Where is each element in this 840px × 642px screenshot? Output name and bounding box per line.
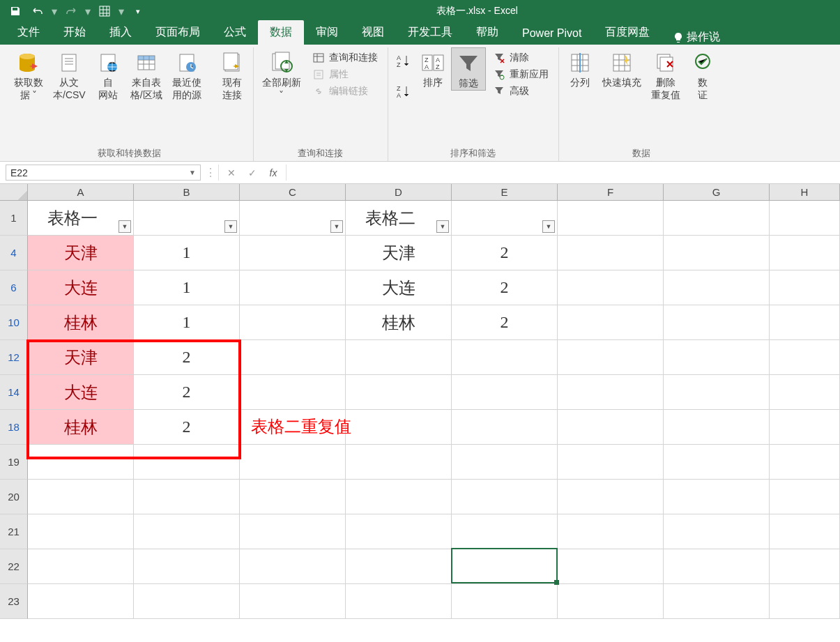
queries-connections-button[interactable]: 查询和连接 (310, 50, 381, 66)
cell-G1[interactable] (664, 201, 770, 236)
cell-E19[interactable] (452, 445, 558, 480)
cell-E4[interactable]: 2 (452, 236, 558, 270)
row-header[interactable]: 20 (0, 480, 28, 514)
col-header-H[interactable]: H (770, 184, 840, 200)
cell-G19[interactable] (664, 445, 770, 480)
cell-F23[interactable] (558, 584, 664, 619)
existing-connections-button[interactable]: 现有 连接 (215, 47, 249, 101)
cell-G21[interactable] (664, 514, 770, 549)
cell-B23[interactable] (134, 584, 240, 619)
select-all-corner[interactable] (0, 184, 28, 201)
cell-B10[interactable]: 1 (134, 305, 240, 340)
cell-C14[interactable] (240, 375, 346, 410)
cell-F4[interactable] (558, 236, 664, 270)
cell-A10[interactable]: 桂林 (28, 305, 134, 340)
get-data-button[interactable]: 获取数 据 ˅ (10, 47, 47, 101)
clear-filter-button[interactable]: 清除 (490, 50, 551, 66)
cell-F1[interactable] (558, 201, 664, 236)
cell-G12[interactable] (664, 340, 770, 375)
cell-E18[interactable] (452, 410, 558, 445)
formula-input[interactable] (287, 162, 840, 183)
cell-C20[interactable] (240, 480, 346, 514)
cell-H14[interactable] (770, 375, 840, 410)
cell-H10[interactable] (770, 305, 840, 340)
col-header-G[interactable]: G (664, 184, 770, 200)
cell-A18[interactable]: 桂林 (28, 410, 134, 445)
cell-E12[interactable] (452, 340, 558, 375)
save-icon[interactable] (6, 1, 25, 21)
tab-formula[interactable]: 公式 (212, 20, 258, 45)
filter-button[interactable]: 筛选 (451, 47, 486, 91)
fx-icon[interactable]: fx (264, 167, 283, 178)
cell-E21[interactable] (452, 514, 558, 549)
row-header[interactable]: 18 (0, 410, 28, 445)
cell-E23[interactable] (452, 584, 558, 619)
cell-H4[interactable] (770, 236, 840, 270)
data-validation-button[interactable]: 数 证 (686, 47, 719, 101)
cell-F12[interactable] (558, 340, 664, 375)
enter-icon[interactable]: ✓ (243, 165, 262, 181)
cell-H18[interactable] (770, 410, 840, 445)
col-header-F[interactable]: F (558, 184, 664, 200)
row-header[interactable]: 21 (0, 514, 28, 549)
expand-icon[interactable]: ⋮ (202, 165, 219, 181)
sort-desc-icon[interactable]: ZA (395, 84, 412, 103)
filter-dropdown-icon[interactable]: ▼ (542, 220, 555, 233)
tab-review[interactable]: 审阅 (304, 20, 350, 45)
tab-pagelayout[interactable]: 页面布局 (144, 20, 212, 45)
cell-E20[interactable] (452, 480, 558, 514)
cell-E1[interactable]: ▼ (452, 201, 558, 236)
cell-G23[interactable] (664, 584, 770, 619)
cell-G10[interactable] (664, 305, 770, 340)
sort-asc-icon[interactable]: AZ (395, 53, 412, 72)
cell-G22[interactable] (664, 549, 770, 584)
filter-dropdown-icon[interactable]: ▼ (436, 220, 449, 233)
cell-B19[interactable] (134, 445, 240, 480)
cell-F22[interactable] (558, 549, 664, 584)
cell-F19[interactable] (558, 445, 664, 480)
cell-D6[interactable]: 大连 (346, 270, 452, 305)
reapply-filter-button[interactable]: 重新应用 (490, 67, 551, 82)
row-header[interactable]: 23 (0, 584, 28, 619)
cell-A22[interactable] (28, 549, 134, 584)
cell-H12[interactable] (770, 340, 840, 375)
cell-C10[interactable] (240, 305, 346, 340)
filter-dropdown-icon[interactable]: ▼ (119, 220, 131, 233)
tab-view[interactable]: 视图 (350, 20, 396, 45)
undo-icon[interactable] (28, 1, 47, 21)
row-header[interactable]: 4 (0, 236, 28, 270)
cell-C19[interactable] (240, 445, 346, 480)
cell-A1[interactable]: 表格一▼ (28, 201, 134, 236)
cell-B12[interactable]: 2 (134, 340, 240, 375)
col-header-C[interactable]: C (240, 184, 346, 200)
tab-insert[interactable]: 插入 (98, 20, 144, 45)
row-header[interactable]: 19 (0, 445, 28, 480)
cell-G18[interactable] (664, 410, 770, 445)
cell-E10[interactable]: 2 (452, 305, 558, 340)
text-to-columns-button[interactable]: 分列 (563, 47, 597, 89)
cell-A12[interactable]: 天津 (28, 340, 134, 375)
cell-B14[interactable]: 2 (134, 375, 240, 410)
cell-D12[interactable] (346, 340, 452, 375)
cell-H21[interactable] (770, 514, 840, 549)
chevron-down-icon[interactable]: ▼ (189, 169, 196, 176)
row-header[interactable]: 14 (0, 375, 28, 410)
cell-F14[interactable] (558, 375, 664, 410)
cell-B20[interactable] (134, 480, 240, 514)
cell-F20[interactable] (558, 480, 664, 514)
from-web-button[interactable]: 自 网站 (91, 47, 125, 101)
col-header-D[interactable]: D (346, 184, 452, 200)
cell-G20[interactable] (664, 480, 770, 514)
cell-A14[interactable]: 大连 (28, 375, 134, 410)
cell-H23[interactable] (770, 584, 840, 619)
cell-B18[interactable]: 2 (134, 410, 240, 445)
filter-dropdown-icon[interactable]: ▼ (330, 220, 343, 233)
cell-B21[interactable] (134, 514, 240, 549)
cell-G14[interactable] (664, 375, 770, 410)
row-header[interactable]: 1 (0, 201, 28, 236)
tab-data[interactable]: 数据 (258, 20, 304, 45)
col-header-B[interactable]: B (134, 184, 240, 200)
cell-B22[interactable] (134, 549, 240, 584)
tab-powerpivot[interactable]: Power Pivot (510, 22, 593, 45)
qat-customize-icon[interactable]: ▾ (128, 1, 148, 21)
